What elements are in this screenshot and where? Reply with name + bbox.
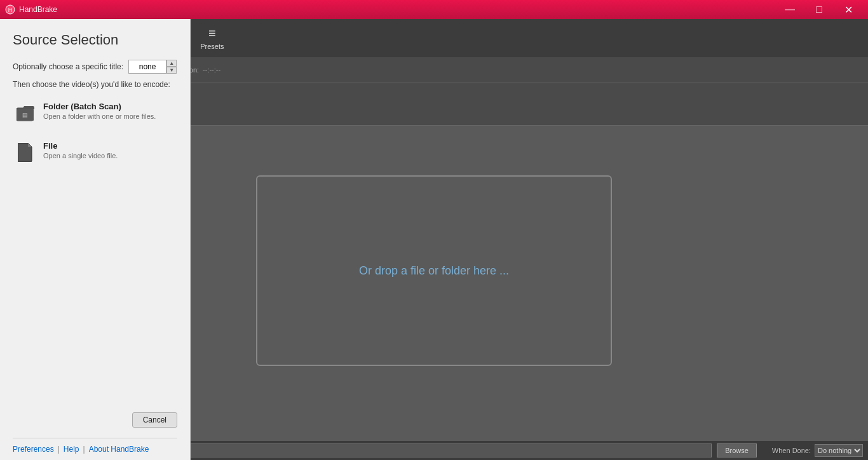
when-done-label: When Done: xyxy=(772,447,811,454)
file-option-name: File xyxy=(43,141,118,151)
window-controls: — □ ✕ xyxy=(775,0,863,19)
folder-icon: ▤ xyxy=(15,102,36,125)
drop-zone[interactable]: Or drop a file or folder here ... xyxy=(256,175,612,366)
app-title: HandBrake xyxy=(19,5,57,14)
svg-text:▤: ▤ xyxy=(22,112,28,118)
spinner-up-button[interactable]: ▲ xyxy=(166,60,177,67)
specific-title-input[interactable] xyxy=(128,60,166,74)
help-link[interactable]: Help xyxy=(64,445,79,454)
presets-button[interactable]: ≡ Presets xyxy=(193,22,231,55)
close-button[interactable]: ✕ xyxy=(834,0,863,19)
specific-title-label: Optionally choose a specific title: xyxy=(13,62,123,71)
cancel-row: Cancel xyxy=(13,412,177,438)
file-option-description: Open a single video file. xyxy=(43,152,118,159)
titlebar: H HandBrake — □ ✕ xyxy=(0,0,868,19)
specific-title-row: Optionally choose a specific title: ▲ ▼ xyxy=(13,60,177,74)
file-icon xyxy=(15,141,36,164)
folder-option-text: Folder (Batch Scan) Open a folder with o… xyxy=(43,102,156,120)
file-option[interactable]: File Open a single video file. xyxy=(13,139,177,166)
titlebar-left: H HandBrake xyxy=(5,4,57,15)
drop-zone-text: Or drop a file or folder here ... xyxy=(359,264,509,278)
folder-batch-scan-option[interactable]: ▤ Folder (Batch Scan) Open a folder with… xyxy=(13,99,177,127)
folder-option-description: Open a folder with one or more files. xyxy=(43,112,156,120)
file-option-text: File Open a single video file. xyxy=(43,141,118,159)
bottom-links: Preferences | Help | About HandBrake xyxy=(13,438,177,460)
maximize-button[interactable]: □ xyxy=(804,0,834,19)
presets-icon: ≡ xyxy=(208,26,216,41)
duration-value: --:--:-- xyxy=(203,66,220,74)
folder-option-name: Folder (Batch Scan) xyxy=(43,102,156,111)
then-choose-label: Then choose the video(s) you'd like to e… xyxy=(13,80,177,89)
folder-svg-icon: ▤ xyxy=(17,103,34,123)
cancel-button[interactable]: Cancel xyxy=(132,412,177,428)
about-link[interactable]: About HandBrake xyxy=(89,445,149,454)
panel-spacer xyxy=(13,178,177,412)
sep1: | xyxy=(58,445,60,454)
main-layout: ▶ Start Encode ☰ Queue ⏩ Preview 📋 Activ… xyxy=(0,19,868,460)
spinner-buttons: ▲ ▼ xyxy=(166,60,177,74)
specific-title-input-wrap: ▲ ▼ xyxy=(128,60,177,74)
svg-text:H: H xyxy=(8,7,13,13)
preferences-link[interactable]: Preferences xyxy=(13,445,54,454)
minimize-button[interactable]: — xyxy=(775,0,804,19)
when-done-select[interactable]: Do nothing Shutdown Sleep xyxy=(815,444,863,457)
spinner-down-button[interactable]: ▼ xyxy=(166,67,177,74)
source-panel-title: Source Selection xyxy=(13,32,177,48)
when-done-area: When Done: Do nothing Shutdown Sleep xyxy=(772,444,863,457)
browse-button[interactable]: Browse xyxy=(717,443,757,457)
sep2: | xyxy=(83,445,85,454)
file-svg-icon xyxy=(18,143,33,162)
app-icon: H xyxy=(5,4,15,15)
source-selection-panel: Source Selection Optionally choose a spe… xyxy=(0,19,191,460)
presets-label: Presets xyxy=(200,43,224,50)
